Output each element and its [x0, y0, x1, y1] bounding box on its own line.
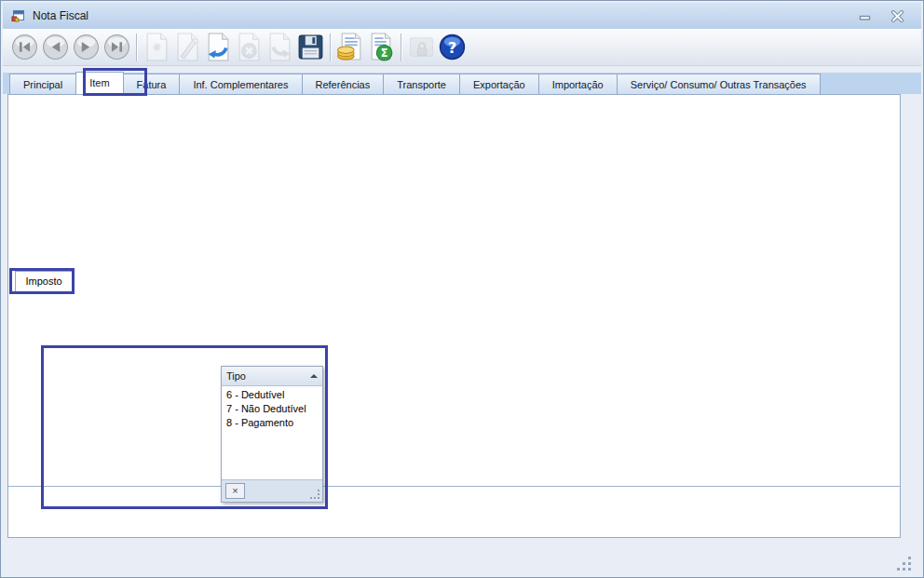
tab-referencias[interactable]: Referências: [302, 74, 385, 94]
last-record-icon[interactable]: [102, 32, 132, 63]
lancamento-dropdown-popup: Tipo 6 - Dedutível 7 - Não Dedutível 8 -…: [221, 366, 323, 503]
tab-inf-complementares[interactable]: Inf. Complementares: [179, 74, 302, 94]
tab-exportacao[interactable]: Exportação: [459, 74, 539, 94]
dropdown-option-pagamento[interactable]: 8 - Pagamento: [222, 416, 322, 430]
locked-icon: [406, 32, 437, 63]
redo-record-icon: [265, 32, 295, 63]
totals-report-icon[interactable]: [335, 32, 366, 63]
dropdown-close-button[interactable]: ×: [225, 483, 245, 499]
dropdown-footer: ×: [222, 479, 322, 502]
imposto-section-label: Imposto: [15, 271, 73, 292]
tab-principal[interactable]: Principal: [9, 74, 76, 94]
minimize-button[interactable]: [856, 8, 875, 23]
item-page-panel: [7, 94, 901, 538]
imposto-panel-bottom-border: [8, 486, 900, 487]
dropdown-option-dedutivel[interactable]: 6 - Dedutível: [222, 388, 322, 402]
tab-fatura[interactable]: Fatura: [123, 74, 181, 94]
dropdown-column-header[interactable]: Tipo: [222, 367, 322, 386]
help-icon[interactable]: ?: [437, 32, 468, 63]
cancel-record-icon: [234, 32, 265, 63]
dropdown-option-nao-dedutivel[interactable]: 7 - Não Dedutível: [222, 402, 322, 416]
sort-asc-icon: [310, 374, 318, 378]
svg-text:?: ?: [448, 39, 457, 57]
tab-importacao[interactable]: Importação: [538, 74, 618, 94]
edit-record-icon: [172, 32, 203, 63]
close-button[interactable]: [888, 8, 906, 23]
window-resize-grip[interactable]: [908, 568, 911, 571]
tab-transporte[interactable]: Transporte: [383, 74, 460, 94]
main-toolbar: Σ ?: [3, 29, 921, 66]
titlebar: Nota Fiscal: [3, 3, 921, 29]
summary-export-icon[interactable]: Σ: [366, 32, 397, 63]
toolbar-separator: [330, 34, 332, 61]
tab-item[interactable]: Item: [75, 72, 123, 94]
nota-fiscal-window: Nota Fiscal: [0, 0, 924, 578]
toolbar-separator: [401, 34, 402, 61]
undo-record-icon[interactable]: [203, 32, 234, 63]
tabstrip: Principal Item Fatura Inf. Complementare…: [3, 73, 921, 94]
new-record-icon: [142, 32, 172, 63]
first-record-icon[interactable]: [9, 32, 40, 63]
form-icon: [11, 8, 26, 23]
toolbar-separator: [136, 34, 138, 61]
window-title: Nota Fiscal: [33, 9, 88, 22]
tab-servico-consumo[interactable]: Serviço/ Consumo/ Outras Transações: [617, 74, 821, 94]
previous-record-icon[interactable]: [40, 32, 71, 63]
svg-text:Σ: Σ: [381, 47, 388, 60]
dropdown-resize-grip[interactable]: [318, 497, 319, 499]
dropdown-options: 6 - Dedutível 7 - Não Dedutível 8 - Paga…: [222, 386, 322, 479]
save-record-icon[interactable]: [295, 32, 326, 63]
next-record-icon[interactable]: [71, 32, 102, 63]
